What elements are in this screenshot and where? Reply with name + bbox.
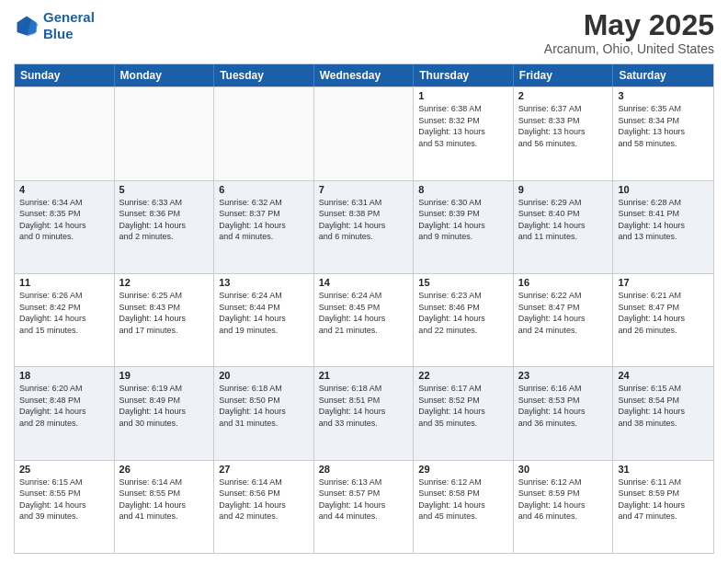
day-number: 14 [319, 277, 409, 288]
calendar-header: SundayMondayTuesdayWednesdayThursdayFrid… [15, 64, 713, 86]
page: General Blue May 2025 Arcanum, Ohio, Uni… [0, 0, 728, 563]
day-number: 8 [418, 184, 508, 195]
calendar-week-1: 4Sunrise: 6:34 AM Sunset: 8:35 PM Daylig… [15, 180, 713, 273]
header-day-friday: Friday [514, 64, 614, 86]
day-cell-25: 25Sunrise: 6:15 AM Sunset: 8:55 PM Dayli… [15, 461, 115, 553]
day-number: 3 [618, 90, 709, 101]
day-number: 26 [119, 464, 210, 475]
subtitle: Arcanum, Ohio, United States [544, 41, 714, 56]
day-cell-3: 3Sunrise: 6:35 AM Sunset: 8:34 PM Daylig… [613, 87, 713, 179]
day-number: 7 [319, 184, 409, 195]
day-cell-24: 24Sunrise: 6:15 AM Sunset: 8:54 PM Dayli… [613, 367, 713, 459]
header-day-tuesday: Tuesday [214, 64, 314, 86]
day-info: Sunrise: 6:32 AM Sunset: 8:37 PM Dayligh… [219, 197, 309, 243]
day-number: 23 [518, 370, 609, 381]
day-info: Sunrise: 6:13 AM Sunset: 8:57 PM Dayligh… [319, 477, 409, 523]
day-info: Sunrise: 6:31 AM Sunset: 8:38 PM Dayligh… [319, 197, 409, 243]
day-cell-8: 8Sunrise: 6:30 AM Sunset: 8:39 PM Daylig… [414, 181, 514, 273]
day-number: 2 [518, 90, 609, 101]
day-number: 5 [119, 184, 210, 195]
day-info: Sunrise: 6:29 AM Sunset: 8:40 PM Dayligh… [518, 197, 609, 243]
day-info: Sunrise: 6:37 AM Sunset: 8:33 PM Dayligh… [518, 103, 609, 149]
day-number: 12 [119, 277, 210, 288]
day-info: Sunrise: 6:14 AM Sunset: 8:56 PM Dayligh… [219, 477, 309, 523]
day-info: Sunrise: 6:15 AM Sunset: 8:54 PM Dayligh… [618, 383, 709, 429]
calendar-week-4: 25Sunrise: 6:15 AM Sunset: 8:55 PM Dayli… [15, 460, 713, 553]
day-cell-28: 28Sunrise: 6:13 AM Sunset: 8:57 PM Dayli… [314, 461, 415, 553]
calendar-week-0: 1Sunrise: 6:38 AM Sunset: 8:32 PM Daylig… [15, 86, 713, 179]
day-number: 25 [19, 464, 109, 475]
empty-cell [15, 87, 115, 179]
day-cell-27: 27Sunrise: 6:14 AM Sunset: 8:56 PM Dayli… [214, 461, 314, 553]
day-info: Sunrise: 6:22 AM Sunset: 8:47 PM Dayligh… [518, 290, 609, 336]
day-number: 6 [219, 184, 309, 195]
day-cell-16: 16Sunrise: 6:22 AM Sunset: 8:47 PM Dayli… [514, 274, 614, 366]
header-day-sunday: Sunday [15, 64, 115, 86]
day-number: 22 [418, 370, 508, 381]
day-cell-1: 1Sunrise: 6:38 AM Sunset: 8:32 PM Daylig… [414, 87, 514, 179]
day-number: 31 [618, 464, 709, 475]
day-info: Sunrise: 6:28 AM Sunset: 8:41 PM Dayligh… [618, 197, 709, 243]
header-day-monday: Monday [115, 64, 215, 86]
day-info: Sunrise: 6:33 AM Sunset: 8:36 PM Dayligh… [119, 197, 210, 243]
calendar-week-3: 18Sunrise: 6:20 AM Sunset: 8:48 PM Dayli… [15, 366, 713, 459]
empty-cell [115, 87, 215, 179]
day-number: 15 [418, 277, 508, 288]
calendar: SundayMondayTuesdayWednesdayThursdayFrid… [14, 63, 714, 554]
day-cell-6: 6Sunrise: 6:32 AM Sunset: 8:37 PM Daylig… [214, 181, 314, 273]
day-info: Sunrise: 6:34 AM Sunset: 8:35 PM Dayligh… [19, 197, 109, 243]
day-cell-30: 30Sunrise: 6:12 AM Sunset: 8:59 PM Dayli… [514, 461, 614, 553]
day-cell-29: 29Sunrise: 6:12 AM Sunset: 8:58 PM Dayli… [414, 461, 514, 553]
day-number: 27 [219, 464, 309, 475]
day-cell-26: 26Sunrise: 6:14 AM Sunset: 8:55 PM Dayli… [115, 461, 215, 553]
header: General Blue May 2025 Arcanum, Ohio, Uni… [14, 9, 714, 56]
day-cell-4: 4Sunrise: 6:34 AM Sunset: 8:35 PM Daylig… [15, 181, 115, 273]
day-info: Sunrise: 6:23 AM Sunset: 8:46 PM Dayligh… [418, 290, 508, 336]
day-cell-14: 14Sunrise: 6:24 AM Sunset: 8:45 PM Dayli… [314, 274, 415, 366]
title-block: May 2025 Arcanum, Ohio, United States [544, 9, 714, 56]
day-info: Sunrise: 6:19 AM Sunset: 8:49 PM Dayligh… [119, 383, 210, 429]
day-info: Sunrise: 6:38 AM Sunset: 8:32 PM Dayligh… [418, 103, 508, 149]
day-number: 30 [518, 464, 609, 475]
day-number: 21 [319, 370, 409, 381]
calendar-body: 1Sunrise: 6:38 AM Sunset: 8:32 PM Daylig… [15, 86, 713, 553]
day-number: 4 [19, 184, 109, 195]
day-info: Sunrise: 6:18 AM Sunset: 8:51 PM Dayligh… [319, 383, 409, 429]
day-cell-19: 19Sunrise: 6:19 AM Sunset: 8:49 PM Dayli… [115, 367, 215, 459]
day-info: Sunrise: 6:21 AM Sunset: 8:47 PM Dayligh… [618, 290, 709, 336]
day-number: 11 [19, 277, 109, 288]
day-number: 16 [518, 277, 609, 288]
day-cell-11: 11Sunrise: 6:26 AM Sunset: 8:42 PM Dayli… [15, 274, 115, 366]
day-cell-17: 17Sunrise: 6:21 AM Sunset: 8:47 PM Dayli… [613, 274, 713, 366]
day-info: Sunrise: 6:12 AM Sunset: 8:59 PM Dayligh… [518, 477, 609, 523]
day-info: Sunrise: 6:15 AM Sunset: 8:55 PM Dayligh… [19, 477, 109, 523]
day-cell-23: 23Sunrise: 6:16 AM Sunset: 8:53 PM Dayli… [514, 367, 614, 459]
day-cell-18: 18Sunrise: 6:20 AM Sunset: 8:48 PM Dayli… [15, 367, 115, 459]
header-day-saturday: Saturday [613, 64, 713, 86]
day-number: 29 [418, 464, 508, 475]
day-cell-20: 20Sunrise: 6:18 AM Sunset: 8:50 PM Dayli… [214, 367, 314, 459]
day-cell-15: 15Sunrise: 6:23 AM Sunset: 8:46 PM Dayli… [414, 274, 514, 366]
day-info: Sunrise: 6:25 AM Sunset: 8:43 PM Dayligh… [119, 290, 210, 336]
calendar-week-2: 11Sunrise: 6:26 AM Sunset: 8:42 PM Dayli… [15, 273, 713, 366]
day-info: Sunrise: 6:24 AM Sunset: 8:44 PM Dayligh… [219, 290, 309, 336]
day-number: 10 [618, 184, 709, 195]
day-cell-12: 12Sunrise: 6:25 AM Sunset: 8:43 PM Dayli… [115, 274, 215, 366]
day-info: Sunrise: 6:16 AM Sunset: 8:53 PM Dayligh… [518, 383, 609, 429]
day-info: Sunrise: 6:26 AM Sunset: 8:42 PM Dayligh… [19, 290, 109, 336]
day-info: Sunrise: 6:18 AM Sunset: 8:50 PM Dayligh… [219, 383, 309, 429]
day-info: Sunrise: 6:14 AM Sunset: 8:55 PM Dayligh… [119, 477, 210, 523]
day-number: 17 [618, 277, 709, 288]
day-cell-31: 31Sunrise: 6:11 AM Sunset: 8:59 PM Dayli… [613, 461, 713, 553]
day-cell-7: 7Sunrise: 6:31 AM Sunset: 8:38 PM Daylig… [314, 181, 415, 273]
logo-icon [14, 13, 40, 39]
main-title: May 2025 [544, 9, 714, 41]
day-number: 1 [418, 90, 508, 101]
day-info: Sunrise: 6:35 AM Sunset: 8:34 PM Dayligh… [618, 103, 709, 149]
day-number: 13 [219, 277, 309, 288]
day-info: Sunrise: 6:30 AM Sunset: 8:39 PM Dayligh… [418, 197, 508, 243]
empty-cell [214, 87, 314, 179]
day-number: 18 [19, 370, 109, 381]
logo-line1: General [43, 9, 95, 25]
day-number: 28 [319, 464, 409, 475]
